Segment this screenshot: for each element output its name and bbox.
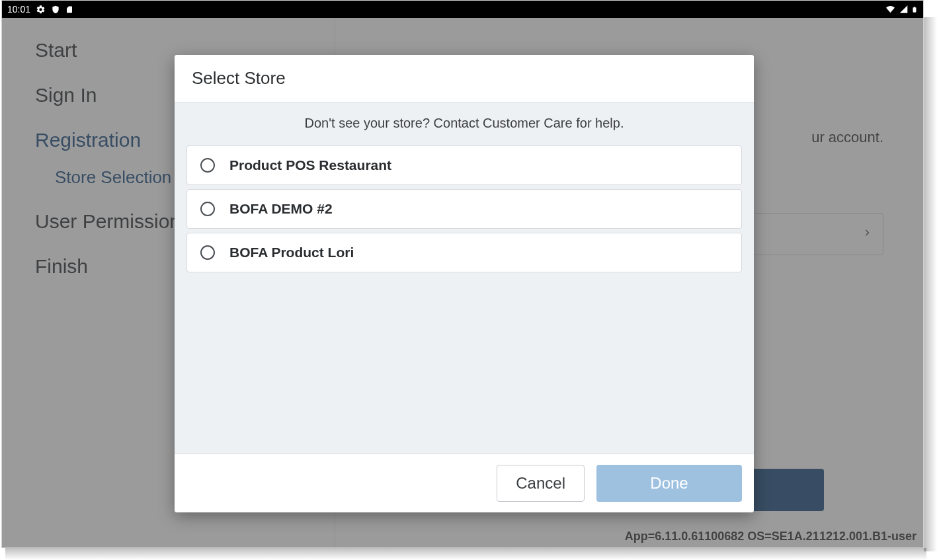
battery-icon [911,5,918,15]
select-store-dialog: Select Store Don't see your store? Conta… [175,55,754,512]
store-option-label: BOFA DEMO #2 [229,201,333,217]
store-option-2[interactable]: BOFA Product Lori [186,233,742,272]
status-bar: 10:01 [2,1,923,18]
dialog-title: Select Store [192,68,737,89]
gear-icon [36,5,46,15]
radio-icon [200,202,215,216]
dialog-help-text: Don't see your store? Contact Customer C… [186,116,742,131]
store-list: Product POS Restaurant BOFA DEMO #2 BOFA… [186,145,742,272]
store-option-label: Product POS Restaurant [229,157,391,173]
cellular-icon [899,5,909,14]
store-option-1[interactable]: BOFA DEMO #2 [186,189,742,229]
radio-icon [200,245,215,260]
status-time: 10:01 [7,4,30,15]
cancel-button[interactable]: Cancel [497,465,585,502]
sd-card-icon [65,5,73,15]
radio-icon [200,158,215,173]
dialog-footer: Cancel Done [175,454,754,512]
dialog-header: Select Store [175,55,754,102]
store-option-label: BOFA Product Lori [229,245,354,260]
store-option-0[interactable]: Product POS Restaurant [186,145,742,185]
wifi-icon [885,5,896,14]
dialog-body: Don't see your store? Contact Customer C… [175,102,754,454]
done-button[interactable]: Done [596,465,742,502]
shield-icon [51,5,60,15]
